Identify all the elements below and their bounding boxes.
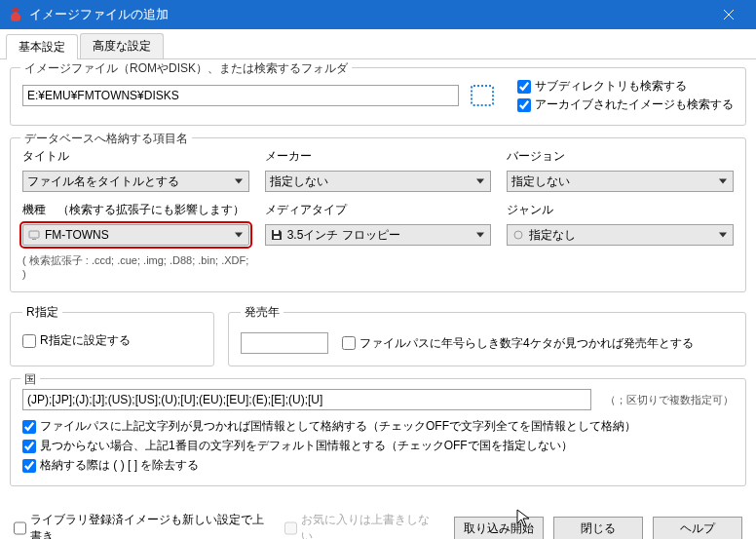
floppy-icon — [270, 228, 284, 242]
group-fields-legend: データベースへ格納する項目名 — [20, 131, 192, 147]
help-button[interactable]: ヘルプ — [653, 517, 742, 539]
group-folder: イメージファイル（ROMやDISK）、または検索するフォルダ サブディレクトリも… — [10, 67, 746, 126]
tab-bar: 基本設定 高度な設定 — [0, 33, 756, 59]
window-title: イメージファイルの追加 — [29, 6, 709, 23]
cb-archive[interactable]: アーカイブされたイメージも検索する — [517, 96, 734, 113]
cb-year[interactable]: ファイルパスに年号らしき数字4ケタが見つかれば発売年とする — [342, 335, 694, 352]
footer: ライブラリ登録済イメージも新しい設定で上書き お気に入りは上書きしない 取り込み… — [0, 506, 756, 539]
maker-select[interactable]: 指定しない — [265, 171, 492, 192]
system-label: 機種 （検索する拡張子にも影響します） — [22, 202, 249, 218]
start-import-button[interactable]: 取り込み開始 — [454, 517, 544, 539]
cb-country-3[interactable]: 格納する際は ( ) [ ] を除去する — [22, 457, 734, 474]
group-fields: データベースへ格納する項目名 タイトル ファイル名をタイトルとする メーカー 指… — [10, 137, 746, 292]
title-select[interactable]: ファイル名をタイトルとする — [22, 171, 249, 192]
cb-subdir[interactable]: サブディレクトリも検索する — [517, 78, 734, 95]
cb-country-2[interactable]: 見つからない場合、上記1番目の文字列をデフォルト国情報とする（チェックOFFで国… — [22, 438, 734, 454]
browse-button[interactable] — [471, 85, 494, 106]
genre-select[interactable]: 指定なし — [507, 224, 734, 246]
year-input[interactable] — [241, 332, 328, 354]
group-r-legend: R指定 — [22, 304, 62, 321]
ext-hint: ( 検索拡張子 : .ccd; .cue; .img; .D88; .bin; … — [22, 253, 249, 280]
cb-fav-keep: お気に入りは上書きしない — [284, 512, 435, 539]
titlebar: イメージファイルの追加 — [0, 0, 756, 29]
system-select[interactable]: FM-TOWNS — [22, 224, 249, 246]
cb-lib-overwrite[interactable]: ライブラリ登録済イメージも新しい設定で上書き — [14, 512, 275, 539]
genre-icon — [511, 228, 525, 242]
close-button-footer[interactable]: 閉じる — [553, 517, 643, 539]
version-label: バージョン — [507, 148, 734, 165]
title-label: タイトル — [22, 148, 249, 165]
genre-label: ジャンル — [507, 202, 734, 218]
country-input[interactable] — [22, 389, 591, 410]
cb-country-1[interactable]: ファイルパスに上記文字列が見つかれば国情報として格納する（チェックOFFで文字列… — [22, 418, 734, 435]
app-icon — [8, 7, 23, 22]
path-input[interactable] — [22, 85, 459, 106]
svg-rect-3 — [32, 239, 36, 240]
svg-rect-2 — [29, 231, 39, 238]
group-folder-legend: イメージファイル（ROMやDISK）、または検索するフォルダ — [20, 60, 352, 77]
maker-label: メーカー — [265, 148, 492, 165]
tab-advanced[interactable]: 高度な設定 — [80, 33, 164, 58]
media-label: メディアタイプ — [265, 202, 492, 218]
close-button[interactable] — [709, 0, 748, 29]
group-country-legend: 国 — [20, 371, 40, 388]
group-country: 国 （；区切りで複数指定可） ファイルパスに上記文字列が見つかれば国情報として格… — [10, 378, 746, 486]
media-select[interactable]: 3.5インチ フロッピー — [265, 224, 492, 246]
version-select[interactable]: 指定しない — [507, 171, 734, 192]
svg-point-6 — [514, 231, 522, 239]
svg-rect-5 — [274, 236, 280, 239]
svg-rect-4 — [274, 230, 279, 234]
cb-r[interactable]: R指定に設定する — [22, 332, 202, 349]
tab-basic[interactable]: 基本設定 — [6, 34, 78, 59]
country-hint: （；区切りで複数指定可） — [605, 393, 734, 407]
group-r: R指定 R指定に設定する — [10, 304, 214, 366]
group-year-legend: 発売年 — [241, 304, 284, 321]
system-icon — [27, 228, 41, 242]
group-year: 発売年 ファイルパスに年号らしき数字4ケタが見つかれば発売年とする — [228, 304, 746, 366]
